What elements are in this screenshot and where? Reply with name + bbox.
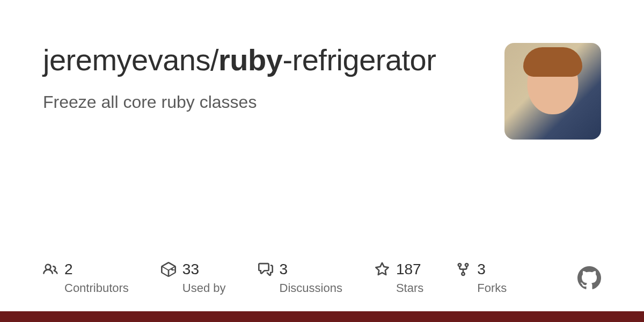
stat-stars-label: Stars xyxy=(396,281,423,295)
repo-name-bold: ruby xyxy=(218,43,282,77)
stat-stars-value: 187 xyxy=(396,261,421,278)
repo-name-rest: -refrigerator xyxy=(282,43,436,77)
repo-description: Freeze all core ruby classes xyxy=(43,92,483,112)
stat-forks-label: Forks xyxy=(477,281,507,295)
stat-discussions[interactable]: 3 Discussions xyxy=(258,261,342,295)
stat-discussions-label: Discussions xyxy=(280,281,342,295)
stat-forks[interactable]: 3 Forks xyxy=(456,261,507,295)
package-dependents-icon xyxy=(161,262,176,277)
fork-icon xyxy=(456,262,471,277)
repo-title[interactable]: jeremyevans/ruby-refrigerator xyxy=(43,43,483,77)
bottom-accent-bar xyxy=(0,311,644,322)
stat-used-by-value: 33 xyxy=(182,261,199,278)
stat-contributors-value: 2 xyxy=(64,261,73,278)
star-icon xyxy=(375,262,390,277)
stat-contributors-label: Contributors xyxy=(64,281,129,295)
stat-discussions-value: 3 xyxy=(280,261,288,278)
stat-used-by-label: Used by xyxy=(182,281,226,295)
stat-stars[interactable]: 187 Stars xyxy=(375,261,423,295)
people-icon xyxy=(43,262,58,277)
stat-forks-value: 3 xyxy=(477,261,486,278)
discussions-icon xyxy=(258,262,273,277)
repo-separator: / xyxy=(210,43,218,77)
stat-contributors[interactable]: 2 Contributors xyxy=(43,261,129,295)
github-logo-icon[interactable] xyxy=(577,266,601,290)
owner-avatar[interactable] xyxy=(504,43,601,140)
stat-used-by[interactable]: 33 Used by xyxy=(161,261,226,295)
repo-owner: jeremyevans xyxy=(43,43,210,77)
